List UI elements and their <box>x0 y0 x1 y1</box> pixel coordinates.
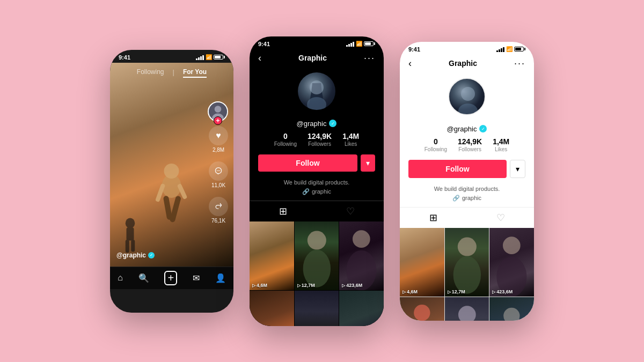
more-button-light[interactable]: ··· <box>514 58 525 69</box>
verified-badge: ✓ <box>148 252 155 258</box>
svg-point-21 <box>353 230 370 248</box>
followers-value-light: 124,9K <box>458 137 482 146</box>
follow-row-dark: Follow ▾ <box>250 151 384 175</box>
video-grid-light: ▷4,6M ▷12,7M ▷423,6M ▷12,7M <box>400 228 534 321</box>
grid-tab-light[interactable]: ⊞ <box>400 208 467 228</box>
share-icon <box>209 197 228 216</box>
svg-point-6 <box>126 218 135 228</box>
inbox-nav-icon[interactable]: ✉ <box>193 273 200 283</box>
link-text-dark[interactable]: graphic <box>312 188 331 195</box>
status-bar-1: 9:41 📶 <box>110 50 233 63</box>
following-value-light: 0 <box>434 137 438 146</box>
avatar-section-light <box>400 73 534 121</box>
for-you-tab[interactable]: For You <box>183 68 207 78</box>
phone-video-feed: 9:41 📶 Following | For You <box>110 50 233 313</box>
back-button-dark[interactable]: ‹ <box>258 53 261 64</box>
svg-point-24 <box>458 104 478 115</box>
followers-label-dark: Followers <box>308 141 331 147</box>
video-background: Following | For You <box>110 63 233 267</box>
grid-tab-dark[interactable]: ⊞ <box>250 201 317 221</box>
username-text: @graphic <box>116 252 146 259</box>
svg-rect-7 <box>127 227 134 241</box>
stat-followers-light: 124,9K Followers <box>458 137 482 152</box>
share-action[interactable]: 76,1K <box>209 197 228 224</box>
grid-item-3-dark[interactable]: ▷423,6M <box>339 221 384 291</box>
phone-light-profile: 9:41 📶 ‹ Graphic ··· @ <box>400 42 534 321</box>
svg-rect-8 <box>126 239 129 253</box>
grid-item-5-light[interactable]: ▷423,6M <box>445 297 489 320</box>
username-light: @graphic <box>447 125 477 133</box>
bio-section-dark: We build digital products. 🔗 graphic <box>250 175 384 197</box>
feed-tabs: Following | For You <box>110 68 233 78</box>
svg-point-26 <box>453 256 480 293</box>
follow-row-light: Follow ▾ <box>400 157 534 181</box>
bio-link-dark: 🔗 graphic <box>258 188 375 195</box>
grid-item-3-light[interactable]: ▷423,6M <box>489 228 534 297</box>
svg-point-18 <box>307 97 326 110</box>
bio-section-light: We build digital products. 🔗 graphic <box>400 181 534 204</box>
creator-avatar[interactable]: + <box>208 101 228 122</box>
likes-label-light: Likes <box>495 146 507 152</box>
back-button-light[interactable]: ‹ <box>408 58 412 69</box>
grid-item-6-dark[interactable] <box>339 291 384 326</box>
likes-value-light: 1,4M <box>493 137 509 146</box>
status-icons-2: 📶 <box>346 41 375 47</box>
likes-value-dark: 1,4M <box>342 132 359 141</box>
stat-following-dark: 0 Following <box>274 132 297 147</box>
stats-row-dark: 0 Following 124,9K Followers 1,4M Likes <box>250 128 384 151</box>
svg-point-17 <box>310 80 324 94</box>
phone-dark-profile: 9:41 📶 ‹ Graphic ··· <box>250 36 384 326</box>
profile-avatar-light <box>448 78 486 115</box>
liked-tab-light[interactable]: ♡ <box>467 208 534 228</box>
profile-nav-icon[interactable]: 👤 <box>215 273 226 283</box>
bio-text-light: We build digital products. <box>434 186 500 192</box>
status-icons-1: 📶 <box>196 54 225 60</box>
follow-button-dark[interactable]: Follow <box>258 154 357 172</box>
comment-icon <box>209 161 228 181</box>
search-nav-icon[interactable]: 🔍 <box>138 273 149 283</box>
profile-header-light: ‹ Graphic ··· <box>400 55 534 73</box>
link-text-light[interactable]: graphic <box>462 195 481 201</box>
views-2-light: ▷12,7M <box>448 289 465 294</box>
grid-item-4-dark[interactable] <box>250 291 294 326</box>
time-1: 9:41 <box>119 54 130 61</box>
stat-likes-light: 1,4M Likes <box>493 137 509 152</box>
username-row-dark: @graphic ✓ <box>250 120 384 128</box>
shadow-person <box>121 216 140 256</box>
content-tabs-dark: ⊞ ♡ <box>250 201 384 221</box>
liked-tab-dark[interactable]: ♡ <box>317 201 384 221</box>
grid-item-5-dark[interactable] <box>295 291 339 326</box>
time-3: 9:41 <box>408 46 420 53</box>
svg-point-29 <box>414 305 430 320</box>
home-nav-icon[interactable]: ⌂ <box>118 273 123 283</box>
grid-item-1-dark[interactable]: ▷4,6M <box>250 221 294 291</box>
follow-dropdown-dark[interactable]: ▾ <box>361 154 375 172</box>
bio-link-light: 🔗 graphic <box>408 195 525 202</box>
more-button-dark[interactable]: ··· <box>364 53 375 64</box>
avatar-section-dark <box>250 68 384 115</box>
following-tab[interactable]: Following <box>137 68 164 78</box>
grid-item-4-light[interactable]: ▷12,7M <box>400 297 444 320</box>
like-action[interactable]: ♥ 2,8M <box>209 126 228 153</box>
svg-point-11 <box>215 106 222 113</box>
comment-action[interactable]: 11,0K <box>209 161 228 188</box>
share-count: 76,1K <box>211 218 225 224</box>
grid-item-2-light[interactable]: ▷12,7M <box>445 228 489 297</box>
time-2: 9:41 <box>258 41 270 47</box>
following-value-dark: 0 <box>283 132 288 141</box>
views-2-dark: ▷12,7M <box>297 283 315 288</box>
follow-plus-icon[interactable]: + <box>214 116 222 125</box>
stat-followers-dark: 124,9K Followers <box>308 132 332 147</box>
stats-row-light: 0 Following 124,9K Followers 1,4M Likes <box>400 133 534 157</box>
follow-dropdown-light[interactable]: ▾ <box>510 160 525 178</box>
svg-point-16 <box>219 170 221 171</box>
like-count: 2,8M <box>213 147 224 153</box>
grid-item-1-light[interactable]: ▷4,6M <box>400 228 444 297</box>
heart-icon: ♥ <box>209 126 228 145</box>
bio-text-dark: We build digital products. <box>284 179 350 186</box>
grid-item-2-dark[interactable]: ▷12,7M <box>295 221 339 291</box>
follow-button-light[interactable]: Follow <box>408 160 507 178</box>
tab-divider: | <box>173 68 174 78</box>
grid-item-6-light[interactable]: ▷4,6M <box>489 297 534 320</box>
create-nav-icon[interactable]: + <box>164 271 177 285</box>
